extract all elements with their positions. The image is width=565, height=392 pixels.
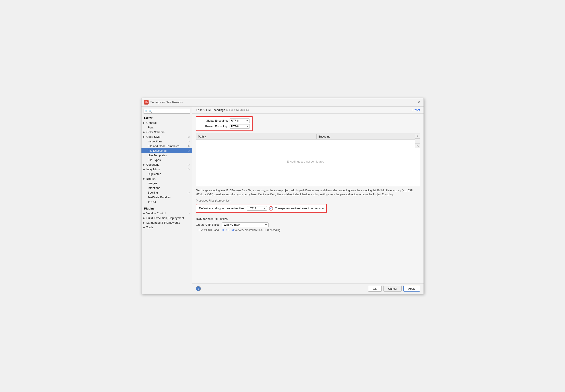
table-empty-cell: Encodings are not configured bbox=[196, 139, 415, 184]
chevron-right-icon: ▶ bbox=[143, 177, 145, 180]
bom-title: BOM for new UTF-8 files bbox=[196, 217, 420, 221]
copy-icon: ⧉ bbox=[188, 212, 190, 215]
bom-info-prefix: IDEA will NOT add bbox=[197, 229, 220, 232]
global-encoding-row: Global Encoding: UTF-8 UTF-16 ISO-8859-1 bbox=[199, 118, 250, 123]
bom-create-select[interactable]: with NO BOM with BOM with BOM only for W… bbox=[222, 222, 269, 227]
sidebar-item-font[interactable]: Font bbox=[141, 125, 192, 130]
sidebar-item-label: File Encodings bbox=[148, 149, 166, 152]
dialog-title: Settings for New Projects bbox=[150, 100, 183, 104]
breadcrumb-current: File Encodings bbox=[206, 108, 225, 112]
ok-button[interactable]: OK bbox=[368, 286, 382, 292]
dialog-body: 🔍 Editor ▶ General Font ▶ Color Scheme ▶… bbox=[141, 107, 424, 294]
sidebar-item-label: Languages & Frameworks bbox=[146, 221, 180, 224]
remove-path-button[interactable]: − bbox=[415, 139, 420, 143]
for-new-projects-label: 🗒 For new projects bbox=[226, 108, 249, 112]
table-main: Path ▲ Encoding bbox=[196, 134, 415, 186]
copy-icon: ⧉ bbox=[188, 135, 190, 138]
plugins-section-label: Plugins bbox=[141, 206, 192, 211]
sidebar-item-code-style[interactable]: ▶ Code Style ⧉ bbox=[141, 134, 192, 139]
encoding-grid: Global Encoding: UTF-8 UTF-16 ISO-8859-1… bbox=[196, 116, 253, 131]
sidebar-item-label: General bbox=[146, 121, 156, 125]
action-buttons: OK Cancel Apply bbox=[368, 286, 420, 292]
sidebar-item-live-templates[interactable]: Live Templates bbox=[141, 153, 192, 158]
chevron-right-icon: ▶ bbox=[143, 163, 145, 166]
chevron-right-icon: ▶ bbox=[143, 136, 145, 138]
reset-button[interactable]: Reset bbox=[413, 108, 420, 112]
apply-button[interactable]: Apply bbox=[403, 286, 420, 292]
encoding-column-header: Encoding bbox=[316, 134, 415, 140]
sidebar-item-label: Tools bbox=[146, 226, 153, 229]
sidebar-item-label: TextMate Bundles bbox=[148, 196, 170, 199]
sidebar-item-textmate-bundles[interactable]: TextMate Bundles bbox=[141, 195, 192, 199]
bom-create-label: Create UTF-8 files: bbox=[196, 223, 220, 226]
native-ascii-checkbox[interactable]: ✓ bbox=[269, 207, 273, 210]
editor-section-label: Editor bbox=[141, 115, 192, 121]
sidebar-item-build-execution[interactable]: ▶ Build, Execution, Deployment bbox=[141, 216, 192, 220]
info-text: To change encoding IntelliJ IDEA uses fo… bbox=[196, 188, 420, 196]
sidebar-item-label: Spelling bbox=[148, 191, 158, 194]
sidebar-item-label: Intentions bbox=[148, 186, 160, 190]
path-column-header: Path ▲ bbox=[196, 134, 316, 140]
global-encoding-select[interactable]: UTF-8 UTF-16 ISO-8859-1 bbox=[230, 118, 250, 123]
sidebar-item-inspections[interactable]: Inspections ⧉ bbox=[141, 139, 192, 144]
sidebar-item-duplicates[interactable]: Duplicates bbox=[141, 172, 192, 176]
sidebar-item-file-code-templates[interactable]: File and Code Templates ⧉ bbox=[141, 144, 192, 148]
table-side-actions: + − ✎ bbox=[415, 134, 420, 186]
project-encoding-select[interactable]: UTF-8 UTF-16 ISO-8859-1 bbox=[230, 124, 250, 129]
properties-encoding-select[interactable]: UTF-8 UTF-16 ISO-8859-1 bbox=[247, 206, 267, 211]
search-icon: 🔍 bbox=[145, 110, 148, 112]
utf8-bom-link[interactable]: UTF-8 BOM bbox=[220, 229, 234, 232]
add-path-button[interactable]: + bbox=[415, 134, 420, 139]
sidebar-item-label: Inspections bbox=[148, 140, 162, 143]
sidebar-item-file-types[interactable]: File Types bbox=[141, 158, 192, 162]
sidebar-item-file-encodings[interactable]: File Encodings ⧉ bbox=[141, 148, 192, 153]
sidebar-item-label: Live Templates bbox=[148, 154, 167, 157]
bom-info-text: IDEA will NOT add UTF-8 BOM to every cre… bbox=[197, 229, 420, 232]
close-button[interactable]: × bbox=[417, 100, 421, 104]
global-encoding-label: Global Encoding: bbox=[199, 119, 228, 122]
sidebar-item-tools[interactable]: ▶ Tools bbox=[141, 225, 192, 230]
settings-dialog: 🧠 Settings for New Projects × 🔍 Editor ▶… bbox=[141, 98, 424, 294]
sidebar-item-spelling[interactable]: Spelling ⧉ bbox=[141, 190, 192, 195]
cancel-button[interactable]: Cancel bbox=[384, 286, 402, 292]
copy-icon: ⧉ bbox=[188, 191, 190, 194]
sidebar-item-general[interactable]: ▶ General bbox=[141, 121, 192, 125]
sidebar-item-intentions[interactable]: Intentions bbox=[141, 186, 192, 190]
sidebar-item-label: Duplicates bbox=[148, 172, 161, 176]
sidebar-item-color-scheme[interactable]: ▶ Color Scheme bbox=[141, 130, 192, 134]
title-bar: 🧠 Settings for New Projects × bbox=[141, 98, 424, 107]
sidebar-item-label: Build, Execution, Deployment bbox=[146, 216, 184, 220]
path-encoding-table-wrapper: Path ▲ Encoding bbox=[196, 134, 420, 186]
sidebar-item-label: File Types bbox=[148, 158, 161, 162]
empty-text: Encodings are not configured bbox=[287, 160, 324, 163]
copy-icon: ⧉ bbox=[188, 140, 190, 143]
chevron-right-icon: ▶ bbox=[143, 212, 145, 215]
bom-section: BOM for new UTF-8 files Create UTF-8 fil… bbox=[196, 217, 420, 232]
sidebar-item-inlay-hints[interactable]: ▶ Inlay Hints ⧉ bbox=[141, 167, 192, 172]
help-button[interactable]: ? bbox=[196, 286, 201, 291]
breadcrumb-bar: Editor › File Encodings 🗒 For new projec… bbox=[193, 107, 424, 114]
bottom-bar: ? OK Cancel Apply bbox=[193, 283, 424, 294]
sidebar-item-emmet[interactable]: ▶ Emmet bbox=[141, 176, 192, 181]
edit-path-button[interactable]: ✎ bbox=[415, 143, 420, 148]
checkbox-circle-decoration: ✓ bbox=[269, 206, 273, 211]
sidebar-item-label: Version Control bbox=[146, 212, 166, 215]
sidebar-item-label: Font bbox=[148, 126, 153, 129]
breadcrumb: Editor › File Encodings 🗒 For new projec… bbox=[196, 108, 249, 112]
search-box[interactable]: 🔍 bbox=[143, 109, 190, 114]
sidebar-item-version-control[interactable]: ▶ Version Control ⧉ bbox=[141, 211, 192, 216]
sidebar-item-languages-frameworks[interactable]: ▶ Languages & Frameworks bbox=[141, 220, 192, 225]
sidebar-item-label: Emmet bbox=[146, 177, 155, 180]
properties-box: Default encoding for properties files: U… bbox=[196, 204, 327, 213]
copy-icon: ⧉ bbox=[188, 168, 190, 171]
sidebar-item-label: Inlay Hints bbox=[146, 168, 160, 171]
app-icon: 🧠 bbox=[144, 100, 149, 105]
bom-info-suffix: to every created file in UTF-8 encoding bbox=[234, 229, 280, 232]
sidebar-item-todo[interactable]: TODO bbox=[141, 199, 192, 204]
sidebar-item-images[interactable]: Images bbox=[141, 181, 192, 186]
sidebar: 🔍 Editor ▶ General Font ▶ Color Scheme ▶… bbox=[141, 107, 193, 294]
sidebar-item-copyright[interactable]: ▶ Copyright ⧉ bbox=[141, 162, 192, 167]
copy-icon: ⧉ bbox=[188, 163, 190, 166]
search-input[interactable] bbox=[149, 110, 189, 113]
breadcrumb-separator: › bbox=[204, 108, 205, 112]
